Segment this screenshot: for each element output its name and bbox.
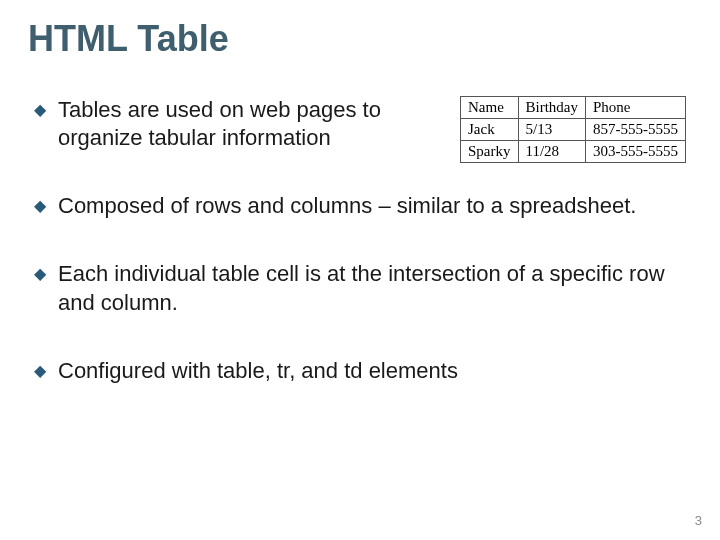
list-item: ◆ Each individual table cell is at the i…: [34, 260, 686, 316]
table-header: Phone: [586, 97, 686, 119]
bullet-list-rest: ◆ Composed of rows and columns – similar…: [34, 192, 686, 385]
content-row: ◆ Tables are used on web pages to organi…: [34, 96, 686, 192]
table-row: Jack 5/13 857-555-5555: [461, 119, 686, 141]
table-cell: 303-555-5555: [586, 141, 686, 163]
bullet-text: Composed of rows and columns – similar t…: [58, 192, 686, 220]
bullet-list: ◆ Tables are used on web pages to organi…: [34, 96, 440, 192]
table-cell: 857-555-5555: [586, 119, 686, 141]
example-table: Name Birthday Phone Jack 5/13 857-555-55…: [460, 96, 686, 163]
table-cell: 5/13: [518, 119, 586, 141]
bullet-text: Each individual table cell is at the int…: [58, 260, 686, 316]
table-header: Birthday: [518, 97, 586, 119]
bullet-text: Configured with table, tr, and td elemen…: [58, 357, 686, 385]
page-number: 3: [695, 513, 702, 528]
table-cell: 11/28: [518, 141, 586, 163]
diamond-icon: ◆: [34, 361, 46, 381]
slide-title: HTML Table: [28, 18, 686, 60]
table-cell: Sparky: [461, 141, 519, 163]
table-row: Name Birthday Phone: [461, 97, 686, 119]
diamond-icon: ◆: [34, 264, 46, 284]
list-item: ◆ Tables are used on web pages to organi…: [34, 96, 394, 152]
table-cell: Jack: [461, 119, 519, 141]
table-row: Sparky 11/28 303-555-5555: [461, 141, 686, 163]
diamond-icon: ◆: [34, 196, 46, 216]
diamond-icon: ◆: [34, 100, 46, 120]
table-header: Name: [461, 97, 519, 119]
list-item: ◆ Configured with table, tr, and td elem…: [34, 357, 686, 385]
list-item: ◆ Composed of rows and columns – similar…: [34, 192, 686, 220]
bullet-text: Tables are used on web pages to organize…: [58, 96, 394, 152]
